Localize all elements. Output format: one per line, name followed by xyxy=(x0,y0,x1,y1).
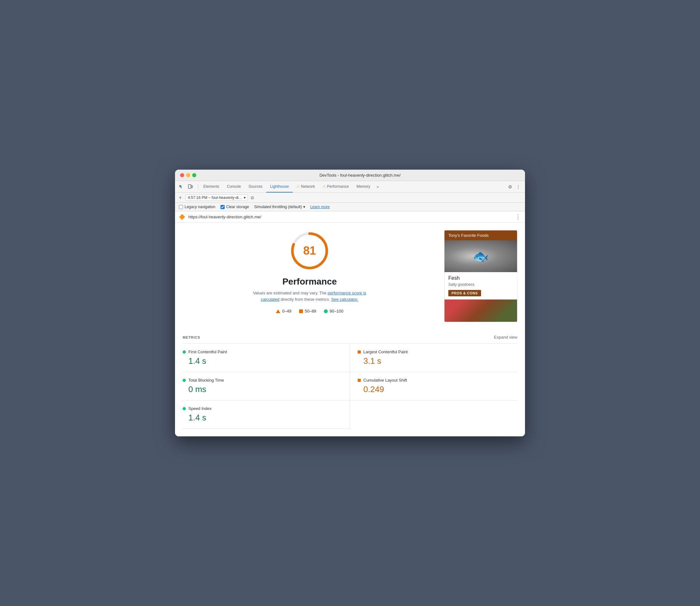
metric-cls: Cumulative Layout Shift 0.249 xyxy=(350,372,517,400)
svg-rect-1 xyxy=(191,186,193,188)
fcp-status-dot xyxy=(183,350,186,354)
tab-lighthouse[interactable]: Lighthouse xyxy=(266,181,293,192)
lcp-value: 3.1 s xyxy=(358,356,517,366)
favicon-icon: 🔶 xyxy=(179,214,185,220)
legacy-navigation-checkbox[interactable] xyxy=(179,205,183,209)
metric-lcp-header: Largest Contentful Paint xyxy=(358,349,517,354)
si-status-dot xyxy=(183,407,186,410)
clear-storage-checkbox[interactable] xyxy=(220,205,225,209)
more-tabs-button[interactable]: » xyxy=(374,185,382,189)
tab-console[interactable]: Console xyxy=(223,181,245,192)
preview-card-body: Fesh Salty goodness PROS & CONS xyxy=(444,272,517,300)
devtools-window: DevTools - foul-heavenly-direction.glitc… xyxy=(175,170,525,436)
metric-fcp: First Contentful Paint 1.4 s xyxy=(183,344,350,372)
tab-performance[interactable]: ⚠ Performance xyxy=(319,181,353,192)
maximize-button[interactable] xyxy=(192,173,196,177)
metric-si-header: Speed Index xyxy=(183,406,342,411)
cls-name: Cumulative Layout Shift xyxy=(363,378,407,382)
settings-icon[interactable]: ⚙ xyxy=(506,184,514,189)
cls-value: 0.249 xyxy=(358,384,517,394)
fcp-name: First Contentful Paint xyxy=(188,349,227,354)
pros-cons-button[interactable]: PROS & CONS xyxy=(448,290,481,296)
tab-network[interactable]: ⚠ Network xyxy=(293,181,319,192)
clear-storage-option[interactable]: Clear storage xyxy=(220,205,249,209)
expand-view-button[interactable]: Expand view xyxy=(494,335,517,340)
tbt-name: Total Blocking Time xyxy=(188,378,224,382)
main-content: 81 Performance Values are estimated and … xyxy=(175,223,525,330)
session-selector[interactable]: 4:57:16 PM – foul-heavenly-di… ▾ xyxy=(186,194,247,201)
metric-tbt-header: Total Blocking Time xyxy=(183,378,342,382)
metric-lcp: Largest Contentful Paint 3.1 s xyxy=(350,344,517,372)
preview-card-header: Tony's Favorite Foods xyxy=(444,230,517,240)
device-toolbar-icon[interactable] xyxy=(187,183,194,191)
clear-session-button[interactable]: ⊘ xyxy=(250,195,254,200)
metric-cls-header: Cumulative Layout Shift xyxy=(358,378,517,382)
score-section: 81 Performance Values are estimated and … xyxy=(183,230,437,322)
tab-sources[interactable]: Sources xyxy=(245,181,266,192)
throttle-selector[interactable]: Simulated throttling (default) ▾ xyxy=(254,205,305,209)
fcp-value: 1.4 s xyxy=(183,356,342,366)
url-more-options[interactable]: ⋮ xyxy=(515,213,521,220)
preview-item-desc: Salty goodness xyxy=(448,282,513,287)
throttle-dropdown-icon: ▾ xyxy=(303,205,305,209)
metric-tbt: Total Blocking Time 0 ms xyxy=(183,372,350,400)
session-label: 4:57:16 PM – foul-heavenly-di… xyxy=(188,195,242,200)
tbt-status-dot xyxy=(183,379,186,382)
metric-fcp-header: First Contentful Paint xyxy=(183,349,342,354)
preview-second-image xyxy=(444,300,517,322)
performance-description: Values are estimated and may vary. The p… xyxy=(249,290,370,302)
tab-memory[interactable]: Memory xyxy=(353,181,374,192)
legend-good: 90–100 xyxy=(324,309,343,313)
circle-icon xyxy=(324,309,328,313)
legend-good-label: 90–100 xyxy=(330,309,343,313)
learn-more-link[interactable]: Learn more xyxy=(310,205,330,209)
close-button[interactable] xyxy=(180,173,184,177)
window-title: DevTools - foul-heavenly-direction.glitc… xyxy=(200,173,520,178)
legend-ok: 50–89 xyxy=(299,309,316,313)
url-bar: 🔶 https://foul-heavenly-direction.glitch… xyxy=(175,211,525,223)
svg-rect-0 xyxy=(188,185,191,188)
options-row: Legacy navigation Clear storage Simulate… xyxy=(175,203,525,211)
devtools-tabs-bar: Elements Console Sources Lighthouse ⚠ Ne… xyxy=(175,181,525,192)
score-circle: 81 xyxy=(289,230,330,272)
calculator-link[interactable]: See calculator. xyxy=(331,297,358,302)
minimize-button[interactable] xyxy=(186,173,190,177)
metrics-section: METRICS Expand view First Contentful Pai… xyxy=(175,330,525,436)
score-value: 81 xyxy=(303,244,316,257)
tab-elements[interactable]: Elements xyxy=(199,181,223,192)
toolbar: + 4:57:16 PM – foul-heavenly-di… ▾ ⊘ xyxy=(175,192,525,203)
lcp-status-dot xyxy=(358,350,361,354)
si-value: 1.4 s xyxy=(183,413,342,423)
title-bar: DevTools - foul-heavenly-direction.glitc… xyxy=(175,170,525,181)
performance-title: Performance xyxy=(282,277,337,287)
more-options-icon[interactable]: ⋮ xyxy=(514,184,523,189)
network-warning-icon: ⚠ xyxy=(296,184,300,188)
cls-status-dot xyxy=(358,379,361,382)
traffic-lights xyxy=(180,173,196,177)
session-dropdown-icon: ▾ xyxy=(244,195,246,200)
performance-warning-icon: ⚠ xyxy=(323,184,326,188)
legend-bad-label: 0–49 xyxy=(282,309,291,313)
inspect-icon[interactable] xyxy=(177,183,185,191)
legend-ok-label: 50–89 xyxy=(305,309,316,313)
metrics-label: METRICS xyxy=(183,335,200,339)
si-name: Speed Index xyxy=(188,406,212,411)
square-icon xyxy=(299,309,303,313)
triangle-icon xyxy=(276,309,280,313)
metric-si: Speed Index 1.4 s xyxy=(183,400,350,429)
fish-image: 🐟 xyxy=(444,240,517,272)
url-text: https://foul-heavenly-direction.glitch.m… xyxy=(188,214,512,219)
metrics-header: METRICS Expand view xyxy=(183,330,517,344)
preview-card: Tony's Favorite Foods 🐟 Fesh Salty goodn… xyxy=(444,230,517,322)
lcp-name: Largest Contentful Paint xyxy=(363,349,408,354)
preview-item-name: Fesh xyxy=(448,275,513,281)
preview-card-image: 🐟 xyxy=(444,240,517,272)
add-session-button[interactable]: + xyxy=(177,194,183,201)
tbt-value: 0 ms xyxy=(183,384,342,394)
metrics-grid: First Contentful Paint 1.4 s Largest Con… xyxy=(183,344,517,429)
legacy-navigation-option[interactable]: Legacy navigation xyxy=(179,205,215,209)
tab-icon-group xyxy=(177,183,194,191)
score-legend: 0–49 50–89 90–100 xyxy=(276,309,343,313)
legend-bad: 0–49 xyxy=(276,309,291,313)
